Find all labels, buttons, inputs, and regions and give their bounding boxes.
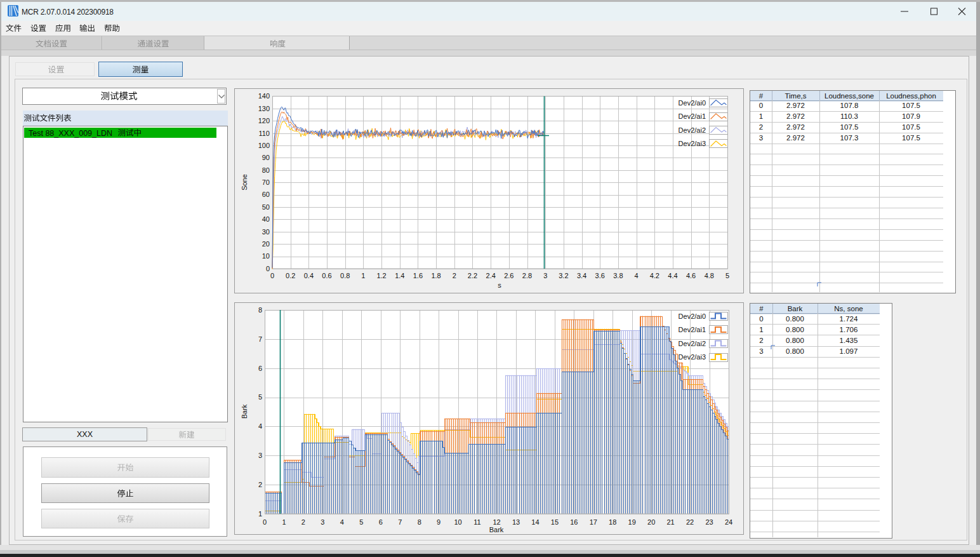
svg-text:2.2: 2.2 (468, 272, 477, 279)
svg-text:Dev2/ai3: Dev2/ai3 (679, 353, 706, 361)
svg-text:#: # (759, 305, 764, 312)
svg-text:1: 1 (258, 510, 262, 518)
svg-text:7: 7 (398, 518, 402, 526)
svg-text:8: 8 (418, 518, 421, 526)
svg-text:0.800: 0.800 (786, 326, 804, 333)
svg-text:Dev2/ai2: Dev2/ai2 (679, 126, 706, 134)
svg-text:2: 2 (759, 337, 763, 344)
svg-text:21: 21 (666, 518, 674, 526)
svg-text:14: 14 (531, 518, 539, 526)
svg-text:6: 6 (258, 365, 262, 372)
svg-text:0.800: 0.800 (786, 347, 804, 355)
svg-text:0.2: 0.2 (286, 272, 295, 279)
svg-text:3.2: 3.2 (559, 272, 568, 279)
svg-text:20: 20 (262, 240, 270, 248)
svg-text:0.800: 0.800 (786, 315, 804, 323)
svg-text:140: 140 (258, 92, 270, 100)
svg-text:20: 20 (647, 518, 655, 526)
svg-text:4.8: 4.8 (705, 272, 714, 279)
svg-text:Dev2/ai1: Dev2/ai1 (679, 112, 706, 120)
svg-text:30: 30 (262, 228, 270, 236)
svg-text:10: 10 (262, 252, 270, 260)
svg-text:4: 4 (258, 422, 262, 430)
svg-text:4.4: 4.4 (668, 272, 677, 279)
svg-text:2.972: 2.972 (786, 112, 805, 120)
svg-text:1.8: 1.8 (431, 272, 440, 279)
svg-text:11: 11 (473, 518, 480, 526)
svg-text:110: 110 (258, 130, 270, 137)
svg-text:3: 3 (759, 347, 763, 355)
svg-text:2.972: 2.972 (786, 123, 805, 131)
svg-text:107.5: 107.5 (902, 123, 920, 131)
svg-text:Bark: Bark (241, 404, 248, 419)
svg-text:1: 1 (759, 112, 763, 120)
svg-text:Dev2/ai0: Dev2/ai0 (679, 99, 706, 107)
svg-text:3: 3 (543, 272, 547, 279)
svg-text:3.4: 3.4 (577, 272, 586, 279)
svg-text:90: 90 (262, 154, 270, 161)
svg-text:8: 8 (258, 306, 262, 314)
svg-text:4: 4 (635, 272, 639, 279)
svg-text:0: 0 (759, 102, 763, 109)
svg-text:18: 18 (609, 518, 616, 526)
svg-text:0: 0 (266, 265, 270, 272)
svg-text:3: 3 (258, 452, 262, 459)
svg-text:19: 19 (628, 518, 636, 526)
svg-text:Loudness,sone: Loudness,sone (824, 92, 874, 100)
svg-text:3.8: 3.8 (613, 272, 623, 279)
svg-text:s: s (498, 281, 501, 289)
svg-text:2: 2 (453, 272, 456, 279)
svg-text:4.6: 4.6 (686, 272, 696, 279)
svg-text:23: 23 (705, 518, 713, 526)
svg-text:40: 40 (262, 215, 270, 223)
svg-text:12: 12 (493, 518, 500, 526)
svg-text:107.5: 107.5 (902, 102, 920, 109)
svg-text:#: # (759, 92, 764, 100)
svg-text:Dev2/ai2: Dev2/ai2 (679, 340, 706, 347)
svg-text:3: 3 (321, 518, 324, 526)
svg-text:Dev2/ai1: Dev2/ai1 (679, 326, 706, 333)
svg-text:7: 7 (258, 335, 262, 343)
svg-text:1.6: 1.6 (413, 272, 423, 279)
svg-text:107.8: 107.8 (840, 102, 859, 109)
svg-text:50: 50 (262, 203, 270, 211)
svg-text:1.706: 1.706 (840, 326, 858, 333)
svg-text:0.6: 0.6 (322, 272, 331, 279)
svg-text:1.724: 1.724 (840, 315, 858, 323)
svg-text:0.8: 0.8 (340, 272, 350, 279)
svg-text:2.972: 2.972 (786, 134, 805, 142)
svg-text:0.4: 0.4 (304, 272, 314, 279)
svg-text:Bark: Bark (788, 305, 803, 312)
svg-text:0: 0 (270, 272, 274, 279)
svg-text:Time,s: Time,s (785, 92, 806, 100)
svg-text:1.097: 1.097 (840, 347, 858, 355)
svg-text:4.2: 4.2 (650, 272, 659, 279)
svg-text:2: 2 (759, 123, 763, 131)
svg-text:107.3: 107.3 (840, 134, 859, 142)
svg-text:110.3: 110.3 (840, 112, 858, 120)
svg-text:15: 15 (551, 518, 559, 526)
svg-text:0: 0 (263, 518, 267, 526)
svg-text:17: 17 (590, 518, 597, 526)
svg-text:120: 120 (258, 117, 270, 124)
svg-text:70: 70 (262, 178, 270, 186)
svg-text:2.6: 2.6 (504, 272, 513, 279)
svg-text:5: 5 (725, 272, 729, 279)
svg-text:Loudness,phon: Loudness,phon (886, 92, 936, 100)
svg-text:2.972: 2.972 (786, 102, 805, 109)
svg-text:Sone: Sone (241, 174, 248, 191)
svg-text:1.435: 1.435 (840, 337, 858, 344)
svg-text:22: 22 (686, 518, 694, 526)
svg-text:9: 9 (437, 518, 440, 526)
svg-text:1: 1 (759, 326, 763, 333)
svg-text:24: 24 (725, 518, 732, 526)
svg-text:107.9: 107.9 (902, 112, 920, 120)
svg-text:5: 5 (359, 518, 363, 526)
svg-text:5: 5 (258, 393, 262, 401)
svg-text:107.5: 107.5 (902, 134, 920, 142)
svg-text:2: 2 (301, 518, 305, 526)
svg-text:0.800: 0.800 (786, 337, 804, 344)
svg-text:1.4: 1.4 (395, 272, 404, 279)
svg-text:Dev2/ai0: Dev2/ai0 (679, 312, 706, 320)
svg-text:1: 1 (361, 272, 365, 279)
